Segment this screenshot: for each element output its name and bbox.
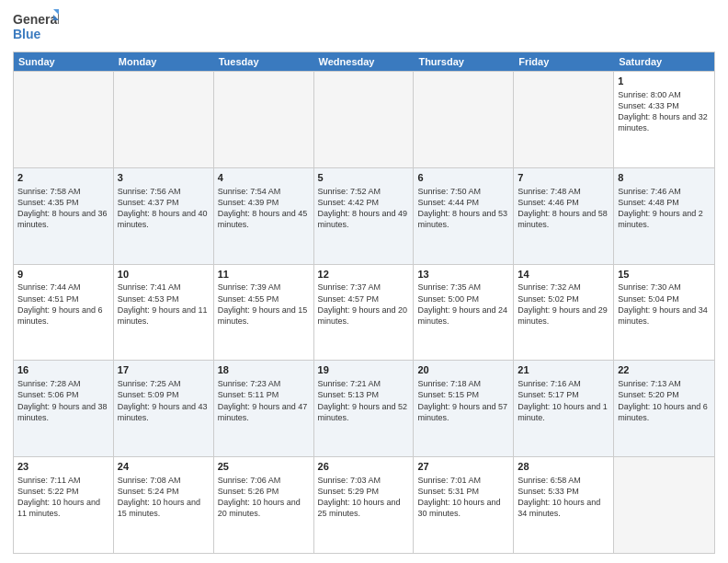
day-number: 5: [318, 171, 410, 185]
calendar: SundayMondayTuesdayWednesdayThursdayFrid…: [13, 52, 715, 554]
day-number: 13: [417, 268, 509, 282]
day-number: 3: [118, 171, 210, 185]
calendar-cell: [114, 72, 214, 167]
day-number: 15: [618, 268, 711, 282]
calendar-cell: 2Sunrise: 7:58 AM Sunset: 4:35 PM Daylig…: [14, 168, 114, 264]
logo: General Blue: [13, 9, 59, 44]
day-info: Sunrise: 7:25 AM Sunset: 5:09 PM Dayligh…: [118, 378, 210, 423]
calendar-cell: 7Sunrise: 7:48 AM Sunset: 4:46 PM Daylig…: [514, 168, 614, 264]
calendar-cell: 26Sunrise: 7:03 AM Sunset: 5:29 PM Dayli…: [314, 457, 415, 553]
calendar-cell: 6Sunrise: 7:50 AM Sunset: 4:44 PM Daylig…: [414, 168, 514, 264]
calendar-cell: 17Sunrise: 7:25 AM Sunset: 5:09 PM Dayli…: [114, 361, 214, 456]
day-number: 23: [17, 460, 109, 474]
day-info: Sunrise: 7:21 AM Sunset: 5:13 PM Dayligh…: [318, 378, 410, 423]
day-info: Sunrise: 7:16 AM Sunset: 5:17 PM Dayligh…: [518, 378, 609, 423]
day-number: 26: [318, 460, 410, 474]
calendar-row: 1Sunrise: 8:00 AM Sunset: 4:33 PM Daylig…: [14, 71, 714, 167]
day-number: 25: [218, 460, 310, 474]
day-info: Sunrise: 7:01 AM Sunset: 5:31 PM Dayligh…: [417, 475, 509, 520]
calendar-cell: [14, 72, 114, 167]
calendar-row: 9Sunrise: 7:44 AM Sunset: 4:51 PM Daylig…: [14, 264, 714, 361]
day-info: Sunrise: 7:28 AM Sunset: 5:06 PM Dayligh…: [17, 378, 109, 423]
calendar-cell: 20Sunrise: 7:18 AM Sunset: 5:15 PM Dayli…: [414, 361, 514, 456]
day-number: 18: [218, 363, 310, 377]
header-day: Wednesday: [314, 52, 415, 71]
day-number: 27: [417, 460, 509, 474]
calendar-row: 23Sunrise: 7:11 AM Sunset: 5:22 PM Dayli…: [14, 456, 714, 553]
day-info: Sunrise: 7:37 AM Sunset: 4:57 PM Dayligh…: [318, 282, 410, 327]
day-info: Sunrise: 7:32 AM Sunset: 5:02 PM Dayligh…: [518, 282, 609, 327]
day-number: 4: [218, 171, 310, 185]
calendar-cell: 9Sunrise: 7:44 AM Sunset: 4:51 PM Daylig…: [14, 265, 114, 361]
day-number: 8: [618, 171, 711, 185]
header-day: Friday: [514, 52, 614, 71]
day-info: Sunrise: 7:23 AM Sunset: 5:11 PM Dayligh…: [218, 378, 310, 423]
day-info: Sunrise: 7:11 AM Sunset: 5:22 PM Dayligh…: [17, 475, 109, 520]
calendar-row: 2Sunrise: 7:58 AM Sunset: 4:35 PM Daylig…: [14, 167, 714, 264]
day-number: 6: [417, 171, 509, 185]
day-number: 10: [118, 268, 210, 282]
day-number: 14: [518, 268, 609, 282]
header-day: Monday: [114, 52, 214, 71]
header-day: Thursday: [414, 52, 514, 71]
calendar-cell: 5Sunrise: 7:52 AM Sunset: 4:42 PM Daylig…: [314, 168, 415, 264]
day-info: Sunrise: 7:50 AM Sunset: 4:44 PM Dayligh…: [417, 186, 509, 231]
day-info: Sunrise: 8:00 AM Sunset: 4:33 PM Dayligh…: [618, 89, 711, 134]
day-info: Sunrise: 7:54 AM Sunset: 4:39 PM Dayligh…: [218, 186, 310, 231]
day-info: Sunrise: 7:30 AM Sunset: 5:04 PM Dayligh…: [618, 282, 711, 327]
calendar-cell: [414, 72, 514, 167]
day-info: Sunrise: 6:58 AM Sunset: 5:33 PM Dayligh…: [518, 475, 609, 520]
day-info: Sunrise: 7:41 AM Sunset: 4:53 PM Dayligh…: [118, 282, 210, 327]
day-number: 11: [218, 268, 310, 282]
calendar-row: 16Sunrise: 7:28 AM Sunset: 5:06 PM Dayli…: [14, 360, 714, 456]
calendar-cell: 4Sunrise: 7:54 AM Sunset: 4:39 PM Daylig…: [214, 168, 314, 264]
day-number: 16: [17, 363, 109, 377]
header: General Blue: [13, 9, 715, 44]
calendar-cell: 19Sunrise: 7:21 AM Sunset: 5:13 PM Dayli…: [314, 361, 415, 456]
header-day: Sunday: [14, 52, 114, 71]
header-day: Saturday: [614, 52, 714, 71]
day-number: 9: [17, 268, 109, 282]
calendar-cell: [314, 72, 415, 167]
day-info: Sunrise: 7:35 AM Sunset: 5:00 PM Dayligh…: [417, 282, 509, 327]
calendar-cell: [614, 457, 714, 553]
page: General Blue SundayMondayTuesdayWednesda…: [0, 0, 728, 563]
calendar-cell: 14Sunrise: 7:32 AM Sunset: 5:02 PM Dayli…: [514, 265, 614, 361]
calendar-cell: [214, 72, 314, 167]
day-info: Sunrise: 7:39 AM Sunset: 4:55 PM Dayligh…: [218, 282, 310, 327]
day-number: 28: [518, 460, 609, 474]
calendar-cell: [514, 72, 614, 167]
calendar-cell: 16Sunrise: 7:28 AM Sunset: 5:06 PM Dayli…: [14, 361, 114, 456]
day-info: Sunrise: 7:18 AM Sunset: 5:15 PM Dayligh…: [417, 378, 509, 423]
day-number: 24: [118, 460, 210, 474]
day-number: 2: [17, 171, 109, 185]
calendar-cell: 27Sunrise: 7:01 AM Sunset: 5:31 PM Dayli…: [414, 457, 514, 553]
header-day: Tuesday: [214, 52, 314, 71]
day-number: 22: [618, 363, 711, 377]
calendar-cell: 22Sunrise: 7:13 AM Sunset: 5:20 PM Dayli…: [614, 361, 714, 456]
calendar-cell: 11Sunrise: 7:39 AM Sunset: 4:55 PM Dayli…: [214, 265, 314, 361]
calendar-cell: 1Sunrise: 8:00 AM Sunset: 4:33 PM Daylig…: [614, 72, 714, 167]
day-number: 21: [518, 363, 609, 377]
calendar-cell: 3Sunrise: 7:56 AM Sunset: 4:37 PM Daylig…: [114, 168, 214, 264]
day-number: 20: [417, 363, 509, 377]
calendar-cell: 23Sunrise: 7:11 AM Sunset: 5:22 PM Dayli…: [14, 457, 114, 553]
calendar-cell: 13Sunrise: 7:35 AM Sunset: 5:00 PM Dayli…: [414, 265, 514, 361]
day-info: Sunrise: 7:46 AM Sunset: 4:48 PM Dayligh…: [618, 186, 711, 231]
day-info: Sunrise: 7:44 AM Sunset: 4:51 PM Dayligh…: [17, 282, 109, 327]
day-info: Sunrise: 7:52 AM Sunset: 4:42 PM Dayligh…: [318, 186, 410, 231]
day-number: 7: [518, 171, 609, 185]
calendar-cell: 12Sunrise: 7:37 AM Sunset: 4:57 PM Dayli…: [314, 265, 415, 361]
day-info: Sunrise: 7:13 AM Sunset: 5:20 PM Dayligh…: [618, 378, 711, 423]
calendar-cell: 25Sunrise: 7:06 AM Sunset: 5:26 PM Dayli…: [214, 457, 314, 553]
calendar-cell: 28Sunrise: 6:58 AM Sunset: 5:33 PM Dayli…: [514, 457, 614, 553]
day-info: Sunrise: 7:48 AM Sunset: 4:46 PM Dayligh…: [518, 186, 609, 231]
calendar-body: 1Sunrise: 8:00 AM Sunset: 4:33 PM Daylig…: [14, 71, 714, 553]
logo-svg: General Blue: [13, 9, 59, 44]
day-info: Sunrise: 7:03 AM Sunset: 5:29 PM Dayligh…: [318, 475, 410, 520]
day-number: 12: [318, 268, 410, 282]
calendar-cell: 24Sunrise: 7:08 AM Sunset: 5:24 PM Dayli…: [114, 457, 214, 553]
day-info: Sunrise: 7:06 AM Sunset: 5:26 PM Dayligh…: [218, 475, 310, 520]
day-number: 17: [118, 363, 210, 377]
day-info: Sunrise: 7:08 AM Sunset: 5:24 PM Dayligh…: [118, 475, 210, 520]
